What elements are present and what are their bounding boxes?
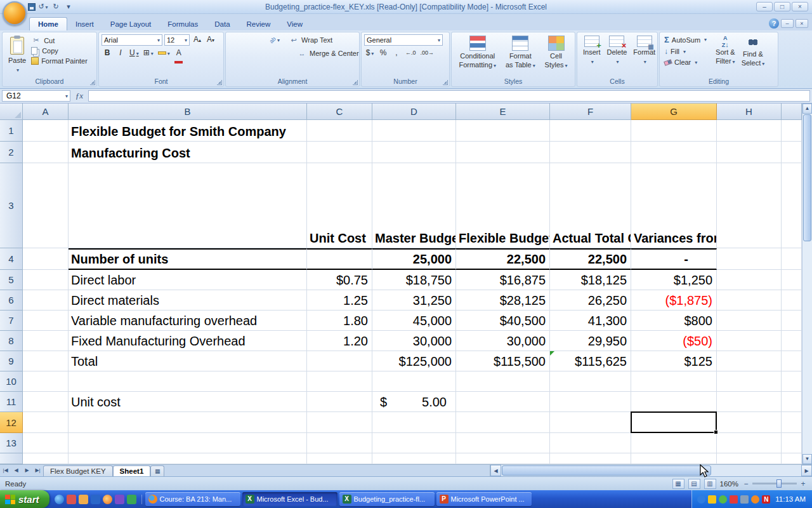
cell[interactable] — [782, 331, 802, 351]
row-header-12-selected[interactable]: 12 — [0, 412, 23, 433]
clipboard-dialog-launcher-icon[interactable] — [90, 80, 95, 85]
cell-B7[interactable]: Variable manufacturing overhead — [69, 311, 307, 331]
cell[interactable] — [23, 120, 69, 142]
task-excel-budgeting[interactable]: Budgeting_practice-fl... — [339, 492, 435, 506]
insert-worksheet-tab[interactable]: ▦ — [150, 465, 164, 476]
orientation-icon[interactable]: ab▾ — [268, 34, 281, 46]
quick-launch-icon-3[interactable] — [79, 495, 88, 504]
last-sheet-icon[interactable]: ▶| — [32, 465, 43, 476]
cell[interactable] — [717, 453, 782, 464]
quick-launch-icon-7[interactable] — [127, 495, 136, 504]
zoom-slider[interactable]: − + — [742, 479, 807, 488]
cell[interactable] — [23, 412, 69, 433]
number-dialog-launcher-icon[interactable] — [443, 80, 448, 85]
cell-B2[interactable]: Manufacturing Cost — [69, 142, 307, 163]
cell[interactable] — [23, 270, 69, 290]
cell[interactable] — [631, 120, 717, 142]
zoom-level[interactable]: 160% — [720, 480, 738, 488]
cell-F7[interactable]: 41,300 — [550, 311, 631, 331]
cell-D6[interactable]: 31,250 — [372, 290, 456, 311]
cell-E3[interactable]: Flexible Budget Total Cost — [456, 163, 550, 248]
cell[interactable] — [69, 371, 307, 392]
task-powerpoint[interactable]: Microsoft PowerPoint ... — [436, 492, 532, 506]
row-header-6[interactable]: 6 — [0, 290, 23, 311]
cell-E9[interactable]: $115,500 — [456, 351, 550, 371]
cell-E7[interactable]: $40,500 — [456, 311, 550, 331]
page-layout-view-icon[interactable]: ▤ — [688, 479, 700, 489]
cell-C6[interactable]: 1.25 — [307, 290, 372, 311]
cell[interactable] — [307, 351, 372, 371]
format-painter-button[interactable]: Format Painter — [29, 57, 89, 65]
cell[interactable] — [782, 311, 802, 331]
minimize-button[interactable]: – — [756, 2, 773, 11]
cell-D9[interactable]: $125,000 — [372, 351, 456, 371]
row-header-11[interactable]: 11 — [0, 392, 23, 412]
sort-filter-button[interactable]: AZ↓ Sort &Filter▾ — [712, 34, 738, 77]
cell[interactable] — [372, 412, 456, 433]
increase-decimal-icon[interactable]: ←.0 — [404, 48, 417, 59]
tab-page-layout[interactable]: Page Layout — [102, 18, 160, 30]
selected-cell-G12[interactable] — [631, 412, 717, 433]
cell[interactable] — [456, 412, 550, 433]
cell[interactable] — [23, 392, 69, 412]
cell[interactable] — [631, 433, 717, 453]
cell[interactable] — [69, 433, 307, 453]
quick-launch-icon-6[interactable] — [115, 495, 124, 504]
cell[interactable] — [782, 453, 802, 464]
cell[interactable] — [717, 412, 782, 433]
cell-G4[interactable]: - — [631, 248, 717, 270]
cell-G9[interactable]: $125 — [631, 351, 717, 371]
tray-icon-4[interactable] — [730, 495, 738, 504]
cell[interactable] — [717, 433, 782, 453]
cell[interactable] — [717, 120, 782, 142]
cell[interactable] — [782, 142, 802, 163]
cell[interactable] — [631, 453, 717, 464]
align-right-icon[interactable] — [255, 48, 266, 59]
close-button[interactable]: × — [792, 2, 808, 11]
column-header-partial[interactable] — [782, 104, 802, 120]
cell[interactable] — [631, 371, 717, 392]
tab-data[interactable]: Data — [206, 18, 238, 30]
tab-formulas[interactable]: Formulas — [159, 18, 206, 30]
horizontal-scrollbar[interactable]: ◀ ▶ — [490, 465, 812, 476]
cell[interactable] — [717, 371, 782, 392]
fill-color-icon[interactable]: ▾ — [157, 48, 171, 59]
cell[interactable] — [550, 392, 631, 412]
scroll-left-icon[interactable]: ◀ — [490, 465, 501, 476]
column-header-D[interactable]: D — [372, 104, 456, 120]
cell[interactable] — [372, 371, 456, 392]
italic-button[interactable]: I — [115, 48, 126, 59]
row-header-1[interactable]: 1 — [0, 120, 23, 142]
cell[interactable] — [631, 392, 717, 412]
tray-icon-6[interactable] — [751, 495, 759, 504]
number-format-select[interactable]: General▾ — [364, 34, 443, 46]
sheet-tab-sheet1[interactable]: Sheet1 — [113, 465, 151, 476]
row-header-3[interactable]: 3 — [0, 163, 23, 248]
cell[interactable] — [550, 453, 631, 464]
cell-styles-button[interactable]: CellStyles▾ — [542, 34, 571, 77]
tray-icon-3[interactable] — [719, 495, 727, 504]
cell-B4[interactable]: Number of units — [69, 248, 307, 270]
scroll-right-icon[interactable]: ▶ — [801, 465, 812, 476]
cell[interactable] — [456, 371, 550, 392]
alignment-dialog-launcher-icon[interactable] — [353, 80, 358, 85]
cell[interactable] — [782, 163, 802, 248]
cell-D5[interactable]: $18,750 — [372, 270, 456, 290]
tray-icon-5[interactable] — [740, 495, 749, 504]
align-middle-icon[interactable] — [242, 34, 253, 46]
cell[interactable] — [782, 290, 802, 311]
h-scrollbar-thumb[interactable] — [502, 465, 711, 476]
cell-C7[interactable]: 1.80 — [307, 311, 372, 331]
borders-icon[interactable]: ⊞▾ — [142, 48, 155, 59]
quick-launch-icon-2[interactable] — [67, 495, 76, 504]
merge-center-button[interactable]: ↔Merge & Center▾ — [295, 49, 367, 58]
cell[interactable] — [782, 433, 802, 453]
cell[interactable] — [23, 142, 69, 163]
start-button[interactable]: start — [0, 490, 49, 508]
cell[interactable] — [23, 453, 69, 464]
first-sheet-icon[interactable]: |◀ — [0, 465, 11, 476]
cell[interactable] — [372, 142, 456, 163]
cell-G3[interactable]: Variances from flex budget — [631, 163, 717, 248]
decrease-decimal-icon[interactable]: .00→ — [419, 48, 436, 59]
row-header-7[interactable]: 7 — [0, 311, 23, 331]
